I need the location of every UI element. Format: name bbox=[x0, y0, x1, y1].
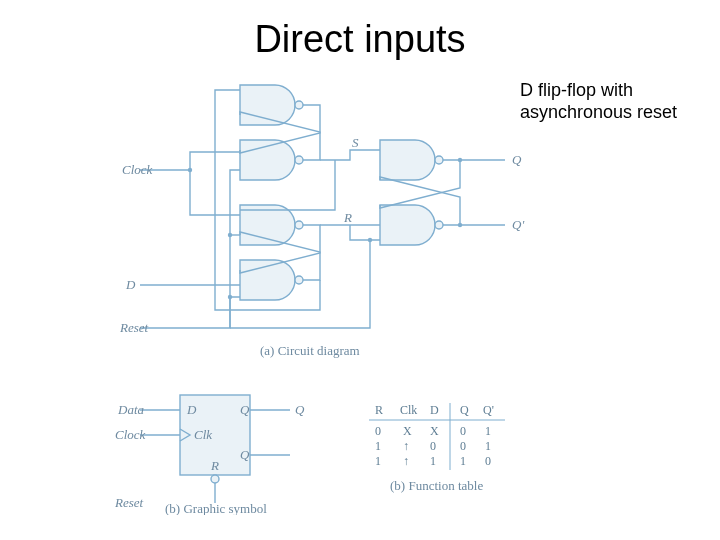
svg-text:1: 1 bbox=[375, 439, 381, 453]
symbol-d-inside: D bbox=[186, 402, 197, 417]
nand-gate-1 bbox=[240, 85, 303, 125]
th-q: Q bbox=[460, 403, 469, 417]
svg-text:0: 0 bbox=[460, 424, 466, 438]
label-reset: Reset bbox=[120, 320, 149, 335]
svg-point-2 bbox=[295, 221, 303, 229]
svg-text:Q: Q bbox=[240, 447, 250, 462]
svg-text:1: 1 bbox=[485, 424, 491, 438]
svg-point-4 bbox=[435, 156, 443, 164]
symbol-clk-inside: Clk bbox=[194, 427, 212, 442]
label-qbar: Q' bbox=[512, 217, 524, 232]
nand-gate-6 bbox=[380, 205, 443, 245]
caption-line-1: D flip-flop with bbox=[520, 80, 633, 100]
svg-point-9 bbox=[368, 238, 372, 242]
svg-text:1: 1 bbox=[430, 454, 436, 468]
svg-text:X: X bbox=[430, 424, 439, 438]
svg-point-6 bbox=[188, 168, 192, 172]
svg-point-13 bbox=[211, 475, 219, 483]
svg-text:X: X bbox=[403, 424, 412, 438]
nand-gate-2 bbox=[240, 140, 303, 180]
graphic-symbol: Data Clock Reset Q D Clk R (b) Graphic s… bbox=[115, 385, 315, 515]
label-s: S bbox=[352, 135, 359, 150]
svg-text:1: 1 bbox=[485, 439, 491, 453]
symbol-r-inside: R bbox=[210, 458, 219, 473]
symbol-q-label: Q bbox=[295, 402, 305, 417]
figure-a-caption: (a) Circuit diagram bbox=[260, 343, 360, 358]
th-d: D bbox=[430, 403, 439, 417]
svg-point-0 bbox=[295, 101, 303, 109]
circuit-diagram: Clock D Reset S R Q Q' (a) Circuit diagr… bbox=[120, 70, 530, 360]
svg-text:0: 0 bbox=[430, 439, 436, 453]
svg-text:0: 0 bbox=[460, 439, 466, 453]
svg-point-5 bbox=[435, 221, 443, 229]
svg-point-10 bbox=[458, 158, 462, 162]
caption: D flip-flop with asynchronous reset bbox=[520, 80, 677, 123]
svg-text:1: 1 bbox=[375, 454, 381, 468]
svg-point-7 bbox=[228, 233, 232, 237]
svg-text:↑: ↑ bbox=[403, 439, 409, 453]
label-q: Q bbox=[512, 152, 522, 167]
svg-point-8 bbox=[228, 295, 232, 299]
th-r: R bbox=[375, 403, 383, 417]
table-row: 0 X X 0 1 bbox=[375, 424, 491, 438]
function-table: R Clk D Q Q' 0 X X 0 1 1 ↑ 0 0 1 1 ↑ 1 1… bbox=[365, 400, 545, 510]
slide-title: Direct inputs bbox=[0, 18, 720, 61]
nand-gate-4 bbox=[240, 260, 303, 300]
symbol-clock-label: Clock bbox=[115, 427, 146, 442]
svg-point-1 bbox=[295, 156, 303, 164]
th-qb: Q' bbox=[483, 403, 494, 417]
svg-point-11 bbox=[458, 223, 462, 227]
table-row: 1 ↑ 1 1 0 bbox=[375, 454, 491, 468]
svg-text:↑: ↑ bbox=[403, 454, 409, 468]
label-d: D bbox=[125, 277, 136, 292]
label-r: R bbox=[343, 210, 352, 225]
svg-text:1: 1 bbox=[460, 454, 466, 468]
label-clock: Clock bbox=[122, 162, 153, 177]
svg-text:0: 0 bbox=[485, 454, 491, 468]
svg-text:0: 0 bbox=[375, 424, 381, 438]
symbol-reset-label: Reset bbox=[115, 495, 144, 510]
nand-gate-3 bbox=[240, 205, 303, 245]
svg-point-3 bbox=[295, 276, 303, 284]
symbol-data-label: Data bbox=[117, 402, 145, 417]
svg-text:Q: Q bbox=[240, 402, 250, 417]
caption-line-2: asynchronous reset bbox=[520, 102, 677, 122]
table-row: 1 ↑ 0 0 1 bbox=[375, 439, 491, 453]
figure-symbol-caption: (b) Graphic symbol bbox=[165, 501, 267, 515]
nand-gate-5 bbox=[380, 140, 443, 180]
figure-b-caption: (b) Function table bbox=[390, 478, 483, 493]
th-clk: Clk bbox=[400, 403, 417, 417]
